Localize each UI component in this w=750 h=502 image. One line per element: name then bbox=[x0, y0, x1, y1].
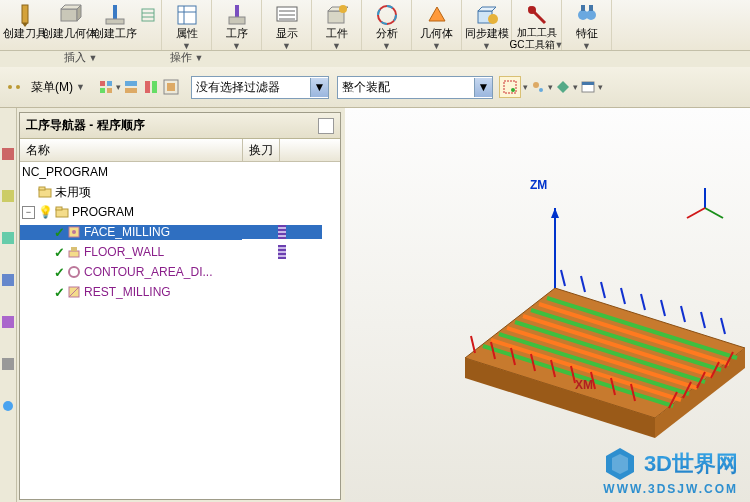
svg-marker-103 bbox=[612, 454, 628, 474]
properties-button[interactable]: 属性▼ bbox=[164, 2, 209, 48]
svg-point-39 bbox=[511, 88, 515, 92]
tree-label: FLOOR_WALL bbox=[84, 245, 164, 259]
svg-rect-10 bbox=[229, 17, 245, 24]
svg-rect-59 bbox=[71, 247, 77, 251]
svg-point-20 bbox=[488, 14, 498, 24]
sidebar-icon[interactable] bbox=[2, 190, 14, 202]
operation-list-button[interactable]: 工序▼ bbox=[214, 2, 259, 48]
svg-rect-8 bbox=[178, 6, 196, 24]
misc2-icon[interactable] bbox=[555, 79, 571, 95]
tool-icon bbox=[13, 3, 37, 27]
tree-row[interactable]: NC_PROGRAM bbox=[20, 162, 340, 182]
svg-rect-48 bbox=[2, 274, 14, 286]
ribbon-small-button[interactable] bbox=[137, 2, 159, 48]
svg-rect-29 bbox=[107, 81, 112, 86]
sync-model-button[interactable]: 同步建模▼ bbox=[464, 2, 509, 48]
create-operation-button[interactable]: 创建工序 bbox=[92, 2, 137, 48]
create-tool-button[interactable]: 创建刀具 bbox=[2, 2, 47, 48]
nav-view2-icon[interactable] bbox=[123, 79, 139, 95]
svg-point-57 bbox=[72, 230, 76, 234]
group-caption: 操作 ▼ bbox=[162, 50, 211, 65]
sidebar-icon[interactable] bbox=[2, 400, 14, 412]
dropdown-arrow-icon[interactable]: ▾ bbox=[598, 82, 603, 92]
nav-view4-icon[interactable] bbox=[163, 79, 179, 95]
tree-row[interactable]: ✓ REST_MILLING bbox=[20, 282, 340, 302]
svg-line-94 bbox=[681, 306, 685, 322]
sync-icon bbox=[475, 3, 499, 27]
machining-tools-button[interactable]: 加工工具GC工具箱▼ bbox=[514, 2, 559, 48]
pin-icon[interactable] bbox=[318, 118, 334, 134]
op-icon bbox=[67, 285, 81, 299]
svg-point-27 bbox=[16, 85, 20, 89]
svg-line-88 bbox=[561, 270, 565, 286]
main-area: 工序导航器 - 程序顺序 名称 换刀 NC_PROGRAM 未用项 − 💡 PR… bbox=[0, 108, 750, 502]
panel-title-bar: 工序导航器 - 程序顺序 bbox=[20, 113, 340, 139]
properties-icon bbox=[175, 3, 199, 27]
tree-row[interactable]: ✓ FLOOR_WALL bbox=[20, 242, 340, 262]
tree-row[interactable]: 未用项 bbox=[20, 182, 340, 202]
dropdown-arrow-icon[interactable]: ▾ bbox=[116, 82, 121, 92]
feature-button[interactable]: 特征▼ bbox=[564, 2, 609, 48]
dropdown-arrow-icon[interactable]: ▾ bbox=[548, 82, 553, 92]
assembly-combo[interactable]: 整个装配 ▼ bbox=[337, 76, 493, 99]
feature-icon bbox=[575, 3, 599, 27]
top-ribbon: 创建刀具 创建几何体 创建工序 插入 ▼ 属性▼ 操作 ▼ bbox=[0, 0, 750, 51]
ribbon-group-insert: 创建刀具 创建几何体 创建工序 插入 ▼ bbox=[0, 0, 162, 50]
workpiece-button[interactable]: 工件▼ bbox=[314, 2, 359, 48]
svg-marker-98 bbox=[551, 208, 559, 218]
tree-label: 未用项 bbox=[55, 184, 91, 201]
svg-point-60 bbox=[69, 267, 79, 277]
expander-icon[interactable]: − bbox=[22, 206, 35, 219]
ribbon-label: 属性▼ bbox=[176, 27, 198, 52]
tree-row[interactable]: ✓ CONTOUR_AREA_DI... bbox=[20, 262, 340, 282]
svg-rect-49 bbox=[2, 316, 14, 328]
misc-icon[interactable] bbox=[530, 79, 546, 95]
svg-rect-58 bbox=[69, 251, 79, 257]
geometry-button[interactable]: 几何体▼ bbox=[414, 2, 459, 48]
op-icon bbox=[67, 265, 81, 279]
svg-point-15 bbox=[378, 6, 396, 24]
svg-rect-44 bbox=[582, 82, 594, 85]
nav-view3-icon[interactable] bbox=[143, 79, 159, 95]
create-geometry-button[interactable]: 创建几何体 bbox=[47, 2, 92, 48]
workpiece-icon bbox=[325, 3, 349, 27]
dropdown-arrow-icon[interactable]: ▾ bbox=[523, 82, 528, 92]
analyze-button[interactable]: 分析▼ bbox=[364, 2, 409, 48]
svg-rect-30 bbox=[100, 88, 105, 93]
sidebar-icon[interactable] bbox=[2, 316, 14, 328]
3d-viewport[interactable]: ZM XM 3D世界网 WWW.3DSJW.COM bbox=[345, 108, 750, 502]
tree-label: NC_PROGRAM bbox=[22, 165, 108, 179]
tree-row-selected[interactable]: ✓ FACE_MILLING bbox=[20, 222, 340, 242]
tree-label: FACE_MILLING bbox=[84, 225, 170, 239]
selection-mode-icon[interactable] bbox=[499, 76, 521, 98]
sidebar-icon[interactable] bbox=[2, 232, 14, 244]
nav-view1-icon[interactable] bbox=[98, 79, 114, 95]
column-header-name[interactable]: 名称 bbox=[20, 139, 243, 161]
tree-label: CONTOUR_AREA_DI... bbox=[84, 265, 212, 279]
ribbon-label: 工件▼ bbox=[326, 27, 348, 52]
tree-row[interactable]: − 💡 PROGRAM bbox=[20, 202, 340, 222]
filter-combo[interactable]: 没有选择过滤器 ▼ bbox=[191, 76, 329, 99]
column-header-tool[interactable]: 换刀 bbox=[243, 139, 280, 161]
tree-label: REST_MILLING bbox=[84, 285, 171, 299]
sidebar-icon[interactable] bbox=[2, 358, 14, 370]
dropdown-arrow-icon[interactable]: ▾ bbox=[573, 82, 578, 92]
ribbon-label: 特征▼ bbox=[576, 27, 598, 52]
tree-body[interactable]: NC_PROGRAM 未用项 − 💡 PROGRAM ✓ FACE_MILLIN… bbox=[20, 162, 340, 499]
display-button[interactable]: 显示▼ bbox=[264, 2, 309, 48]
chevron-down-icon: ▼ bbox=[474, 78, 492, 97]
ribbon-label: 创建工序 bbox=[93, 27, 137, 39]
sidebar-icon[interactable] bbox=[2, 274, 14, 286]
svg-marker-19 bbox=[478, 7, 496, 11]
ribbon-label: 创建几何体 bbox=[42, 27, 97, 39]
geom2-icon bbox=[425, 3, 449, 27]
menu-button[interactable]: 菜单(M)▼ bbox=[24, 76, 92, 99]
ribbon-group: 显示▼ bbox=[262, 0, 312, 50]
sidebar-icon[interactable] bbox=[2, 148, 14, 160]
svg-point-21 bbox=[528, 6, 536, 14]
svg-rect-55 bbox=[56, 207, 62, 210]
check-icon: ✓ bbox=[54, 285, 65, 300]
ribbon-group: 特征▼ bbox=[562, 0, 612, 50]
axis-z-label: ZM bbox=[530, 178, 547, 192]
window-icon[interactable] bbox=[580, 79, 596, 95]
